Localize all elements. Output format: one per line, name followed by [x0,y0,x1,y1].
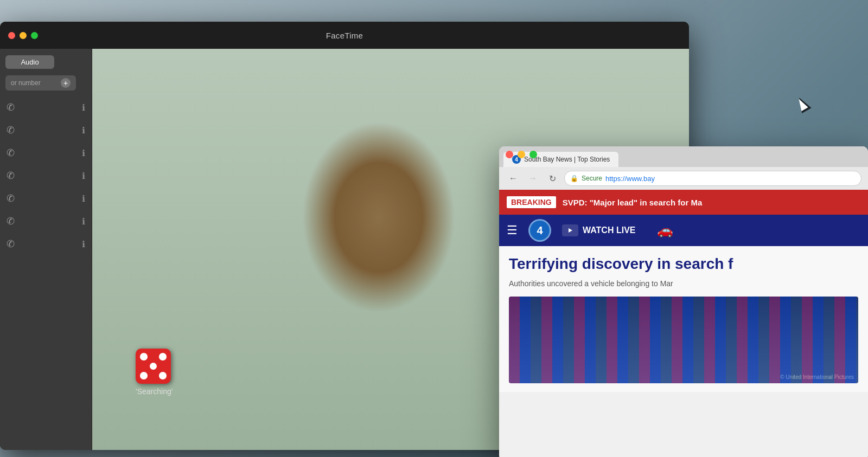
news-nav-bar: ☰ 4 WATCH LIVE 🚗 [499,215,868,246]
info-icon[interactable]: ℹ [82,171,85,181]
dot-empty [159,363,167,370]
contact-row[interactable]: ✆ ℹ [0,164,92,187]
phone-icon: ✆ [7,101,15,113]
maximize-button[interactable] [31,32,38,39]
refresh-button[interactable]: ↻ [545,171,560,186]
traffic-car-icon[interactable]: 🚗 [657,223,673,238]
hamburger-menu-icon[interactable]: ☰ [507,223,518,237]
info-icon[interactable]: ℹ [82,216,85,227]
contact-row[interactable]: ✆ ℹ [0,96,92,119]
channel-logo: 4 [528,219,551,242]
play-triangle-icon [567,227,573,234]
contact-row[interactable]: ✆ ℹ [0,233,92,255]
browser-window: 4 South Bay News | Top Stories ← → ↻ 🔒 S… [499,146,868,457]
svg-marker-0 [569,228,572,233]
phone-icon: ✆ [7,192,15,204]
article-subtitle: Authorities uncovered a vehicle belongin… [509,279,858,289]
dot-empty [150,372,157,379]
info-icon[interactable]: ℹ [82,194,85,204]
article-title: Terrifying discovery in search f [509,255,858,273]
minimize-button[interactable] [20,32,27,39]
article-content: Terrifying discovery in search f Authori… [499,246,868,392]
play-icon [562,224,578,236]
close-button[interactable] [8,32,15,39]
audio-button[interactable]: Audio [5,55,54,69]
contact-row[interactable]: ✆ ℹ [0,119,92,141]
phone-icon: ✆ [7,147,15,159]
article-image-visual [509,297,858,383]
dot-empty [150,353,157,361]
article-image: © United International Pictures [509,297,858,383]
url-text: https://www.bay [605,175,655,183]
watch-live-label: WATCH LIVE [583,226,635,235]
back-button[interactable]: ← [506,171,521,186]
phone-icon: ✆ [7,170,15,182]
breaking-label: BREAKING [507,196,556,208]
browser-controls-bar: ← → ↻ 🔒 Secure https://www.bay [499,167,868,190]
phone-icon: ✆ [7,238,15,250]
watch-live-button[interactable]: WATCH LIVE [562,224,635,236]
browser-maximize-button[interactable] [529,151,537,158]
address-bar[interactable]: 🔒 Secure https://www.bay [564,171,861,186]
dot [150,363,157,370]
dice-overlay: 'Searching' [136,349,173,396]
info-icon[interactable]: ℹ [82,239,85,249]
contact-row[interactable]: ✆ ℹ [0,210,92,233]
facetime-titlebar: FaceTime [0,22,689,49]
contact-row[interactable]: ✆ ℹ [0,141,92,164]
info-icon[interactable]: ℹ [82,125,85,136]
search-placeholder: or number [11,79,41,87]
breaking-news-banner: BREAKING SVPD: "Major lead" in search fo… [499,190,868,215]
breaking-text: SVPD: "Major lead" in search for Ma [563,198,703,207]
secure-lock-icon: 🔒 [570,175,578,182]
browser-close-button[interactable] [506,151,513,158]
secure-text: Secure [582,175,602,182]
facetime-sidebar: Audio or number + ✆ ℹ ✆ ℹ ✆ ℹ ✆ ℹ ✆ ℹ ✆ … [0,49,92,450]
browser-window-controls [506,151,537,158]
dot [159,372,167,379]
dice-label: 'Searching' [136,387,173,396]
forward-button[interactable]: → [525,171,540,186]
search-bar[interactable]: or number + [5,75,76,91]
browser-minimize-button[interactable] [518,151,525,158]
dot-empty [140,363,148,370]
phone-icon: ✆ [7,124,15,136]
info-icon[interactable]: ℹ [82,102,85,113]
dot [140,353,148,361]
browser-tabs-bar: 4 South Bay News | Top Stories [499,146,868,167]
phone-icon: ✆ [7,215,15,227]
contact-row[interactable]: ✆ ℹ [0,187,92,210]
dot [159,353,167,361]
add-contact-button[interactable]: + [61,78,71,88]
facetime-title: FaceTime [326,31,363,40]
dice-icon [136,349,171,384]
info-icon[interactable]: ℹ [82,148,85,158]
dot [140,372,148,379]
window-controls [8,32,38,39]
